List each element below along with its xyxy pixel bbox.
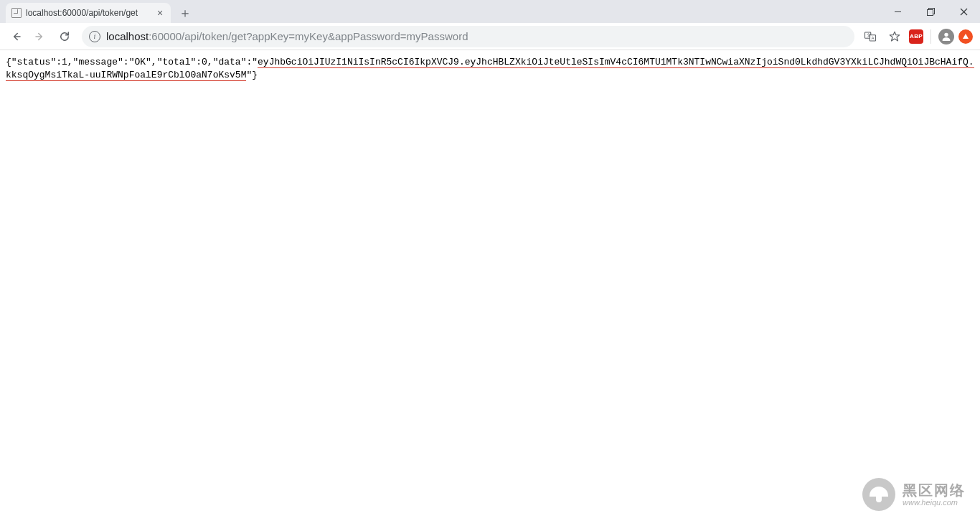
browser-tab-bar: localhost:60000/api/token/get × ＋ bbox=[0, 0, 980, 23]
watermark-cn: 黑区网络 bbox=[903, 482, 966, 498]
new-tab-button[interactable]: ＋ bbox=[175, 3, 195, 23]
back-button[interactable] bbox=[4, 25, 27, 48]
browser-tab[interactable]: localhost:60000/api/token/get × bbox=[6, 3, 171, 23]
svg-point-11 bbox=[944, 32, 948, 36]
address-bar[interactable]: i localhost:60000/api/token/get?appKey=m… bbox=[82, 26, 854, 47]
extension-icon[interactable] bbox=[958, 29, 973, 44]
watermark: 黑区网络 www.heiqu.com bbox=[862, 478, 966, 511]
svg-text:文: 文 bbox=[867, 32, 871, 37]
url-display: localhost:60000/api/token/get?appKey=myK… bbox=[106, 30, 468, 42]
reload-button[interactable] bbox=[53, 25, 76, 48]
toolbar-actions: 文A ABP bbox=[860, 27, 976, 47]
watermark-text: 黑区网络 www.heiqu.com bbox=[903, 482, 966, 507]
site-info-icon[interactable]: i bbox=[89, 31, 100, 42]
svg-rect-2 bbox=[927, 9, 933, 15]
url-host: localhost bbox=[106, 30, 149, 42]
maximize-button[interactable] bbox=[914, 0, 947, 23]
page-content: {"status":1,"message":"OK","total":0,"da… bbox=[0, 50, 980, 87]
close-window-button[interactable] bbox=[947, 0, 980, 23]
abp-label: ABP bbox=[910, 33, 923, 39]
profile-avatar-icon[interactable] bbox=[938, 29, 954, 44]
tab-title: localhost:60000/api/token/get bbox=[26, 8, 151, 18]
json-suffix: "} bbox=[246, 70, 258, 80]
json-prefix: {"status":1,"message":"OK","total":0,"da… bbox=[6, 57, 258, 67]
close-tab-icon[interactable]: × bbox=[155, 8, 165, 18]
bookmark-star-icon[interactable] bbox=[885, 27, 905, 47]
minimize-button[interactable] bbox=[881, 0, 914, 23]
browser-toolbar: i localhost:60000/api/token/get?appKey=m… bbox=[0, 23, 980, 50]
window-controls bbox=[881, 0, 980, 23]
page-favicon-icon bbox=[11, 8, 22, 18]
url-path: :60000/api/token/get?appKey=myKey&appPas… bbox=[149, 30, 468, 42]
translate-icon[interactable]: 文A bbox=[860, 27, 880, 47]
watermark-en: www.heiqu.com bbox=[903, 498, 966, 507]
forward-button[interactable] bbox=[29, 25, 52, 48]
svg-text:A: A bbox=[872, 36, 875, 40]
watermark-logo-icon bbox=[862, 478, 895, 511]
adblock-extension-icon[interactable]: ABP bbox=[909, 29, 923, 44]
toolbar-separator bbox=[930, 29, 931, 44]
